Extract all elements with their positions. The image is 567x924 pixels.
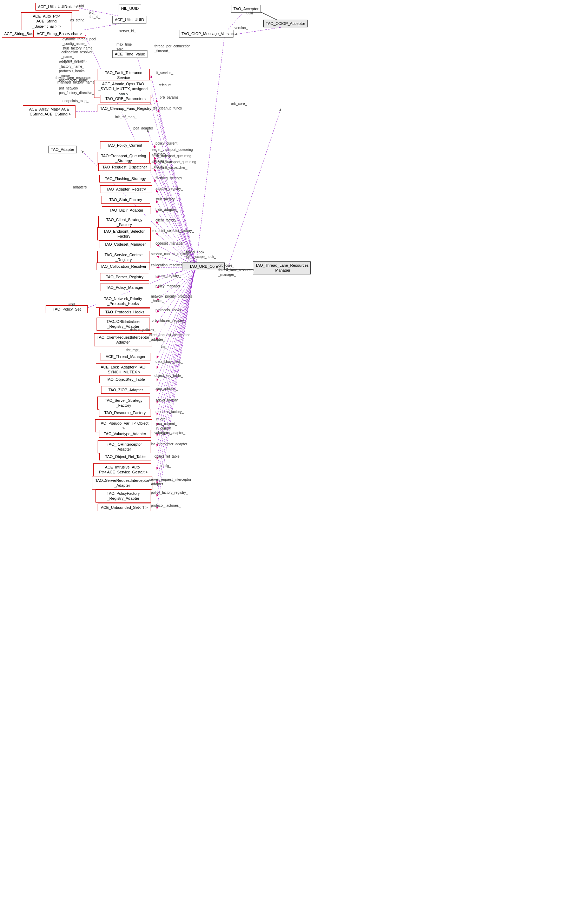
node-tao-collocation-resolver: TAO_Collocation_Resolver	[96, 262, 150, 270]
label-thread-lane-resources-manager-factory: thread_lane_resources_manager_factory_na…	[56, 75, 95, 85]
node-tao-object-key-table: TAO::ObjectKey_Table	[99, 375, 151, 383]
node-tao-policy-manager: TAO_Policy_Manager	[100, 284, 149, 291]
svg-line-34	[157, 270, 195, 415]
label-endpoint-selector-factory: endpoint_selector_factory_	[152, 229, 194, 232]
label-impl: impl_	[68, 303, 77, 306]
svg-line-40	[157, 272, 194, 484]
node-ace-thread-manager: ACE_Thread_Manager	[100, 352, 151, 360]
label-server-request-interceptor: server_request_interceptor_adapter_	[149, 477, 191, 486]
node-ace-lock-adapter: ACE_Lock_Adapter< TAO _SYNCH_MUTEX >	[96, 363, 150, 376]
label-protocol-factories: protocol_factories_	[151, 504, 181, 507]
node-tao-valuetype-adapter: TAO_Valuetype_Adapter	[99, 430, 151, 438]
label-pid: pid_	[89, 10, 95, 14]
node-ace-utils-uuid-data: ACE_Utils::UUID::data	[35, 3, 79, 10]
label-thr-id: thr_id_	[90, 15, 101, 19]
label-default-policies: default_policies_	[130, 328, 156, 332]
label-data-block-lock: data_block_lock_	[155, 360, 183, 364]
node-tao-stub-factory: TAO_Stub_Factory	[101, 196, 150, 204]
node-tao-policy-factory-registry: TAO::PolicyFactory _Registry_Adapter	[95, 489, 151, 502]
node-tao-adapter-registry: TAO_Adapter_Registry	[100, 185, 152, 193]
label-collocation-resolver: collocation_resolver_	[151, 263, 184, 267]
label-bidir-adapter: bidir_adapter_	[155, 208, 178, 212]
node-tao-iorinterceptor-adapter: TAO_IORInterceptor Adapter	[98, 440, 151, 453]
label-fimad-hook: fimad_hook_sync_scope_hook_	[186, 250, 216, 259]
label-ziop-adapter: ziop_adapter_	[155, 387, 177, 391]
label-ior-interceptor-adapter: ior_interceptor_adapter_	[151, 442, 189, 446]
node-tao-network-priority-hooks: TAO_Network_Priority _Protocols_Hooks	[96, 295, 150, 308]
node-nil-uuid: NIL_UUID	[119, 4, 141, 12]
node-tao-server-strategy-factory: TAO_Server_Strategy _Factory	[97, 396, 150, 410]
label-version: version_	[235, 26, 248, 30]
node-tao-endpoint-selector-factory: TAO_Endpoint_Selector Factory	[97, 227, 150, 240]
node-tao-policy-set: TAO_Policy_Set	[46, 305, 88, 313]
node-tao-cciop-acceptor: TAO_CCIOP_Acceptor	[263, 20, 308, 27]
label-orb-core-thread-lane: orb_core_thread_lane_resources_manager_	[218, 263, 254, 277]
label-protocols-hooks: protocols_hooks_	[155, 308, 183, 312]
label-max-time: max_time_zero	[117, 42, 134, 52]
node-tao-giop-message-version: TAO_GIOP_Message_Version	[179, 30, 233, 38]
node-tao-codeset-manager: TAO_Codeset_Manager	[99, 240, 151, 248]
svg-line-41	[157, 272, 194, 496]
label-client-factory: client_factory_	[155, 218, 178, 222]
node-tao-thread-lane-resources-manager: TAO_Thread_Lane_Resources _Manager	[253, 261, 311, 274]
label-tss-cleanup: tss_cleanup_funcs_	[153, 106, 183, 110]
node-tao-cleanup-func-registry: TAO_Cleanup_Func_Registry	[98, 105, 152, 112]
svg-line-7	[156, 100, 196, 266]
label-endpoints-map: endpoints_map_	[63, 99, 89, 103]
node-tao-orb-parameters: TAO_ORB_Parameters	[100, 95, 151, 102]
node-tao-adapter: TAO_Adapter	[48, 146, 77, 153]
node-ace-intrusive-auto-ptr: ACE_Intrusive_Auto _Ptr< ACE_Service_Ges…	[93, 463, 151, 476]
label-stub-factory: stub_factory_	[155, 197, 177, 201]
label-network-priority: network_priority_protocols_hooks_	[151, 294, 192, 303]
label-client-request-interceptor: client_request_interceptor_adapter_	[149, 333, 190, 342]
label-server-factory: server_factory_	[155, 398, 180, 402]
label-as-string: as_string_	[70, 18, 86, 22]
label-policy-current: policy_current_	[155, 141, 179, 145]
label-orb-params: orb_params_	[160, 96, 180, 99]
label-tm: tm_	[161, 345, 167, 348]
label-service-context-registry: service_context_registry_	[151, 252, 191, 256]
node-tao-service-context-registry: TAO_Service_Context _Registry	[97, 251, 150, 264]
label-dynamic-thread-pool: dynamic_thread_pool_config_name_stub_fac…	[63, 37, 96, 51]
label-thread-per-connection: thread_per_connection_timeout_	[155, 44, 190, 54]
label-object-key-table: object_key_table_	[155, 374, 183, 378]
node-ace-utils-uuid: ACE_Utils::UUID	[112, 16, 146, 24]
node-tao-object-ref-table: TAO_Object_Ref_Table	[99, 453, 151, 460]
svg-line-5	[151, 75, 197, 267]
node-tao-server-request-interceptor: TAO::ServerRequestInterceptor _Adapter	[92, 477, 152, 489]
node-ace-auto-ptr-string: ACE_Auto_Ptr< ACE_String _Base< char > >	[21, 12, 72, 30]
node-ace-string-base-char: ACE_String_Base< char >	[33, 30, 85, 38]
label-parser-registry: parser_registry_	[155, 274, 181, 278]
label-pnf-network: pnf_network_pos_factory_directive_	[59, 86, 94, 95]
node-tao-protocols-hooks: TAO_Protocols_Hooks	[99, 308, 150, 316]
label-thr-mgr: thr_mgr_	[126, 348, 140, 352]
node-ace-array-map: ACE_Array_Map< ACE _CString, ACE_CString…	[23, 105, 75, 118]
label-object-ref-table: object_ref_table_	[155, 454, 182, 458]
label-ft-service: ft_service_	[156, 71, 173, 75]
label-flushing-strategy: flushing_strategy_	[155, 176, 184, 180]
label-config: config_	[160, 464, 171, 468]
svg-line-28	[156, 269, 196, 340]
label-adapters: adapters_	[73, 185, 89, 189]
label-valuetype-adapter: valuetype_adapter_	[155, 431, 185, 435]
label-refcount: refcount_	[159, 83, 173, 87]
node-ace-unbounded-set: ACE_Unbounded_Set< T >	[98, 504, 151, 511]
label-resource-factory: resource_factory_	[155, 410, 183, 414]
diagram-container: ACE_Utils::UUID::data ACE_Auto_Ptr< ACE_…	[0, 0, 567, 924]
label-codeset-manager: codeset_manager_	[155, 242, 186, 245]
label-policy-factory-registry: policy_factory_registry_	[151, 490, 188, 495]
label-init-ref-map: init_ref_map_	[115, 115, 137, 119]
node-tao-bidir-adapter: TAO_BiDir_Adapter	[102, 206, 151, 214]
svg-line-45	[196, 34, 225, 265]
node-tao-flushing-strategy: TAO_Flushing_Strategy	[99, 175, 151, 183]
node-tao-request-dispatcher: TAO_Request_Dispatcher	[98, 163, 151, 171]
node-tao-policy-current: TAO_Policy_Current	[100, 141, 149, 149]
node-tao-resource-factory: TAO_Resource_Factory	[99, 409, 151, 417]
node-tao-ziop-adapter: TAO_ZIOP_Adapter	[101, 386, 150, 394]
node-tao-parser-registry: TAO_Parser_Registry	[100, 273, 149, 281]
node-tao-client-request-interceptor: TAO::ClientRequestInterceptor Adapter	[94, 333, 152, 346]
label-policy-manager: policy_manager_	[155, 284, 182, 288]
node-tao-client-strategy-factory: TAO_Client_Strategy _Factory	[98, 216, 150, 229]
node-tao-acceptor: TAO_Acceptor	[231, 5, 261, 13]
label-poa-adapter: poa_adapter_	[134, 126, 155, 130]
